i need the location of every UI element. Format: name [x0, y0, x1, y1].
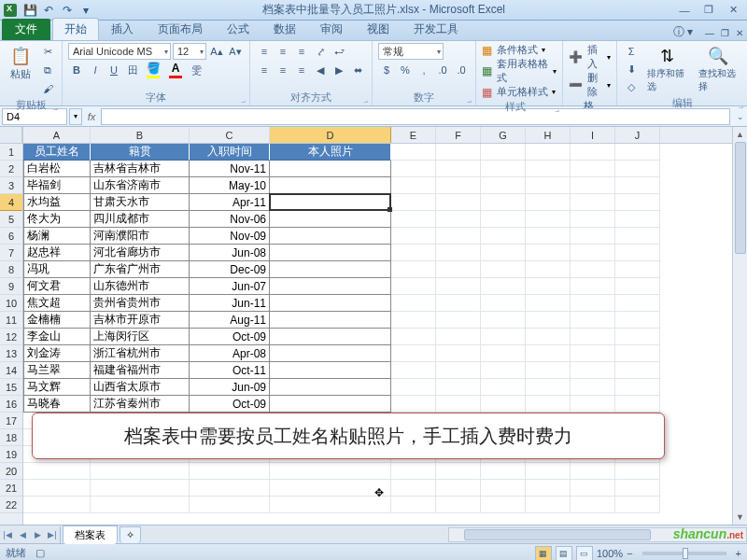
cell[interactable]: 何文君 [23, 278, 91, 295]
cell[interactable] [436, 345, 481, 362]
cell[interactable] [526, 345, 571, 362]
phonetic-icon[interactable]: 雯 [188, 62, 204, 78]
row-header[interactable]: 4 [0, 194, 22, 211]
cell[interactable] [526, 228, 571, 245]
cell[interactable]: Jun-09 [190, 379, 270, 396]
cell[interactable] [615, 144, 660, 161]
cell[interactable]: 冯巩 [23, 261, 91, 278]
row-header[interactable]: 7 [0, 245, 22, 261]
cell[interactable]: 四川成都市 [91, 211, 190, 228]
cell[interactable] [436, 480, 481, 497]
cell[interactable] [571, 245, 615, 261]
align-right-icon[interactable]: ≡ [293, 62, 310, 78]
column-header[interactable]: B [91, 127, 190, 143]
cell[interactable] [615, 396, 660, 413]
column-header[interactable]: I [571, 127, 615, 143]
cell[interactable]: 员工姓名 [23, 144, 91, 161]
row-header[interactable]: 21 [0, 480, 22, 497]
insert-cells-button[interactable]: ➕插入▾ [569, 43, 611, 71]
cell[interactable] [481, 463, 526, 480]
vertical-scrollbar[interactable]: ▲ ▼ [732, 127, 747, 525]
row-header[interactable]: 22 [0, 497, 22, 513]
cell[interactable] [270, 396, 391, 413]
cell[interactable] [526, 497, 571, 513]
cell[interactable]: 马文辉 [23, 379, 91, 396]
cell[interactable]: Oct-11 [190, 362, 270, 379]
cell[interactable] [615, 463, 660, 480]
cell[interactable] [391, 278, 436, 295]
cell[interactable] [615, 177, 660, 194]
cell[interactable]: Aug-11 [190, 312, 270, 329]
cell[interactable] [391, 396, 436, 413]
cell[interactable] [391, 261, 436, 278]
cell[interactable] [391, 194, 436, 211]
cell[interactable]: 白岩松 [23, 161, 91, 177]
formula-expand-icon[interactable]: ⌄ [734, 112, 747, 121]
cell[interactable]: 焦文超 [23, 295, 91, 312]
cell[interactable]: Oct-09 [190, 396, 270, 413]
cell[interactable] [526, 194, 571, 211]
cell[interactable]: 广东省广州市 [91, 261, 190, 278]
cell[interactable]: 马兰翠 [23, 362, 91, 379]
scroll-thumb[interactable] [735, 142, 746, 254]
column-header[interactable]: E [391, 127, 436, 143]
cell[interactable] [391, 295, 436, 312]
cell[interactable] [436, 463, 481, 480]
cell[interactable] [526, 480, 571, 497]
cell[interactable]: 本人照片 [270, 144, 391, 161]
cell[interactable] [526, 211, 571, 228]
column-header[interactable]: C [190, 127, 270, 143]
indent-decrease-icon[interactable]: ◀ [312, 62, 329, 78]
cell[interactable] [571, 362, 615, 379]
cell[interactable] [436, 144, 481, 161]
cell[interactable]: 籍贯 [91, 144, 190, 161]
scroll-up-icon[interactable]: ▲ [733, 127, 747, 142]
ribbon-minimize-icon[interactable]: — [702, 25, 717, 40]
cell[interactable]: Nov-06 [190, 211, 270, 228]
cell[interactable] [481, 295, 526, 312]
sheet-prev-icon[interactable]: ◀ [15, 526, 30, 543]
cell[interactable] [481, 177, 526, 194]
cell[interactable] [436, 161, 481, 177]
cell[interactable] [391, 345, 436, 362]
cell[interactable]: Apr-08 [190, 345, 270, 362]
row-header[interactable]: 20 [0, 463, 22, 480]
cell[interactable] [526, 295, 571, 312]
zoom-slider[interactable] [642, 552, 726, 555]
cell[interactable] [526, 329, 571, 345]
grow-font-icon[interactable]: A▴ [208, 43, 225, 60]
cell[interactable] [91, 480, 190, 497]
save-icon[interactable]: 💾 [22, 3, 37, 18]
orientation-icon[interactable]: ⤤ [312, 43, 329, 60]
cell[interactable]: 山东德州市 [91, 278, 190, 295]
cell[interactable] [526, 463, 571, 480]
cell[interactable] [571, 379, 615, 396]
cell[interactable] [270, 312, 391, 329]
restore-button[interactable]: ❐ [698, 3, 719, 18]
cell[interactable] [23, 480, 91, 497]
cell[interactable] [391, 463, 436, 480]
cell[interactable] [615, 312, 660, 329]
cell[interactable]: Oct-09 [190, 329, 270, 345]
wrap-text-icon[interactable]: ⮐ [331, 43, 347, 60]
align-bottom-icon[interactable]: ≡ [293, 43, 310, 60]
cell[interactable] [481, 396, 526, 413]
cell[interactable]: May-10 [190, 177, 270, 194]
cell[interactable] [615, 194, 660, 211]
cell[interactable] [270, 463, 391, 480]
tab-review[interactable]: 审阅 [308, 18, 355, 40]
hscroll-thumb[interactable] [464, 529, 651, 540]
doc-restore-icon[interactable]: ❐ [717, 25, 732, 40]
cell[interactable] [436, 497, 481, 513]
cell[interactable] [436, 211, 481, 228]
row-header[interactable]: 6 [0, 228, 22, 245]
cell[interactable] [270, 329, 391, 345]
cell[interactable] [436, 362, 481, 379]
tab-layout[interactable]: 页面布局 [146, 18, 215, 40]
row-header[interactable]: 16 [0, 396, 22, 413]
cell[interactable]: Jun-11 [190, 295, 270, 312]
italic-button[interactable]: I [87, 62, 104, 78]
row-header[interactable]: 2 [0, 161, 22, 177]
column-header[interactable]: H [526, 127, 571, 143]
tab-home[interactable]: 开始 [52, 18, 99, 40]
